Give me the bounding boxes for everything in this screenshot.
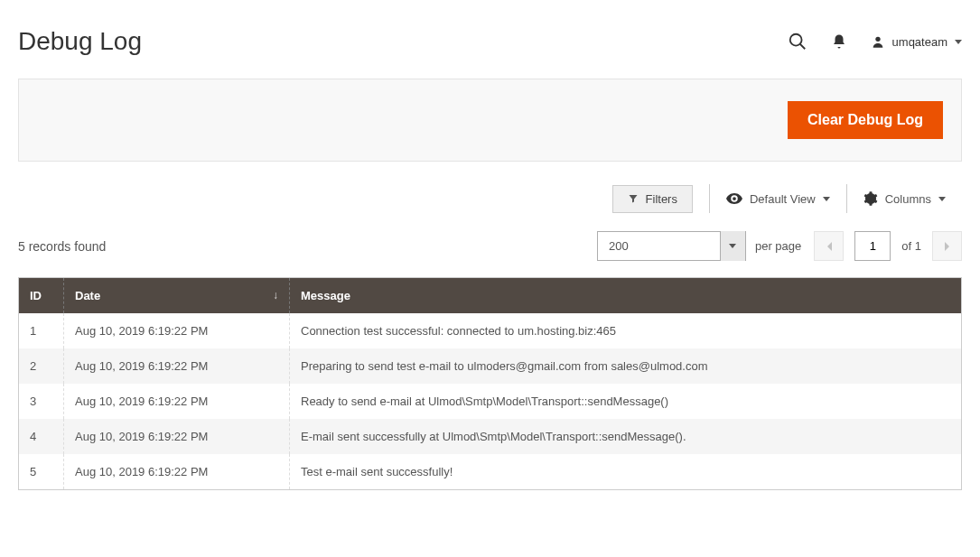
table-row[interactable]: 3Aug 10, 2019 6:19:22 PMReady to send e-… <box>19 384 962 419</box>
table-row[interactable]: 2Aug 10, 2019 6:19:22 PMPreparing to sen… <box>19 348 962 384</box>
cell-id: 3 <box>19 384 64 419</box>
next-page-button[interactable] <box>932 231 962 261</box>
columns-button[interactable]: Columns <box>863 191 946 206</box>
cell-message: E-mail sent successfully at Ulmod\Smtp\M… <box>290 419 962 454</box>
page-input[interactable] <box>854 231 891 261</box>
table-row[interactable]: 4Aug 10, 2019 6:19:22 PME-mail sent succ… <box>19 419 962 454</box>
svg-point-0 <box>789 34 801 46</box>
search-icon[interactable] <box>788 32 807 51</box>
user-icon <box>871 34 885 49</box>
pagination-group: 200 per page of 1 <box>597 231 962 261</box>
per-page-label: per page <box>755 239 801 253</box>
toolbar-bottom: 5 records found 200 per page of 1 <box>18 231 962 261</box>
column-header-message[interactable]: Message <box>290 278 962 314</box>
table-row[interactable]: 1Aug 10, 2019 6:19:22 PMConnection test … <box>19 313 962 348</box>
filters-label: Filters <box>646 192 677 206</box>
chevron-left-icon <box>826 241 833 252</box>
cell-message: Test e-mail sent successfully! <box>290 454 962 490</box>
svg-line-1 <box>799 44 805 50</box>
default-view-button[interactable]: Default View <box>726 192 830 206</box>
bell-icon[interactable] <box>831 33 847 50</box>
records-found: 5 records found <box>18 239 106 254</box>
header-actions: umqateam <box>788 32 962 51</box>
cell-id: 4 <box>19 419 64 454</box>
cell-message: Connection test successful: connected to… <box>290 313 962 348</box>
column-header-date[interactable]: Date ↓ <box>64 278 290 314</box>
default-view-label: Default View <box>750 192 816 206</box>
cell-date: Aug 10, 2019 6:19:22 PM <box>64 384 290 419</box>
cell-id: 1 <box>19 313 64 348</box>
column-header-id[interactable]: ID <box>19 278 64 314</box>
chevron-down-icon <box>823 197 830 201</box>
cell-date: Aug 10, 2019 6:19:22 PM <box>64 419 290 454</box>
cell-id: 2 <box>19 348 64 384</box>
pager: of 1 <box>814 231 962 261</box>
cell-message: Ready to send e-mail at Ulmod\Smtp\Model… <box>290 384 962 419</box>
per-page-select[interactable]: 200 per page <box>597 231 801 261</box>
cell-date: Aug 10, 2019 6:19:22 PM <box>64 454 290 490</box>
debug-log-grid: ID Date ↓ Message 1Aug 10, 2019 6:19:22 … <box>18 277 962 490</box>
table-row[interactable]: 5Aug 10, 2019 6:19:22 PMTest e-mail sent… <box>19 454 962 490</box>
gear-icon <box>863 191 878 206</box>
svg-point-2 <box>875 37 880 42</box>
of-label: of 1 <box>901 239 921 253</box>
user-name: umqateam <box>892 35 947 49</box>
action-bar: Clear Debug Log <box>18 79 962 162</box>
cell-date: Aug 10, 2019 6:19:22 PM <box>64 348 290 384</box>
funnel-icon <box>628 193 639 204</box>
chevron-down-icon <box>955 40 962 44</box>
cell-date: Aug 10, 2019 6:19:22 PM <box>64 313 290 348</box>
per-page-value: 200 <box>598 239 720 253</box>
eye-icon <box>726 192 742 205</box>
columns-label: Columns <box>885 192 931 206</box>
cell-message: Preparing to send test e-mail to ulmoder… <box>290 348 962 384</box>
sort-descending-icon: ↓ <box>273 289 278 302</box>
chevron-down-icon <box>938 197 946 201</box>
chevron-down-icon <box>720 231 745 261</box>
svg-point-3 <box>733 197 736 200</box>
cell-id: 5 <box>19 454 64 490</box>
chevron-right-icon <box>944 241 951 252</box>
page-title: Debug Log <box>18 27 142 56</box>
filters-button[interactable]: Filters <box>612 185 693 213</box>
toolbar-top: Filters Default View Columns <box>18 184 962 213</box>
prev-page-button[interactable] <box>814 231 844 261</box>
user-menu[interactable]: umqateam <box>871 34 962 49</box>
clear-debug-log-button[interactable]: Clear Debug Log <box>788 101 943 139</box>
